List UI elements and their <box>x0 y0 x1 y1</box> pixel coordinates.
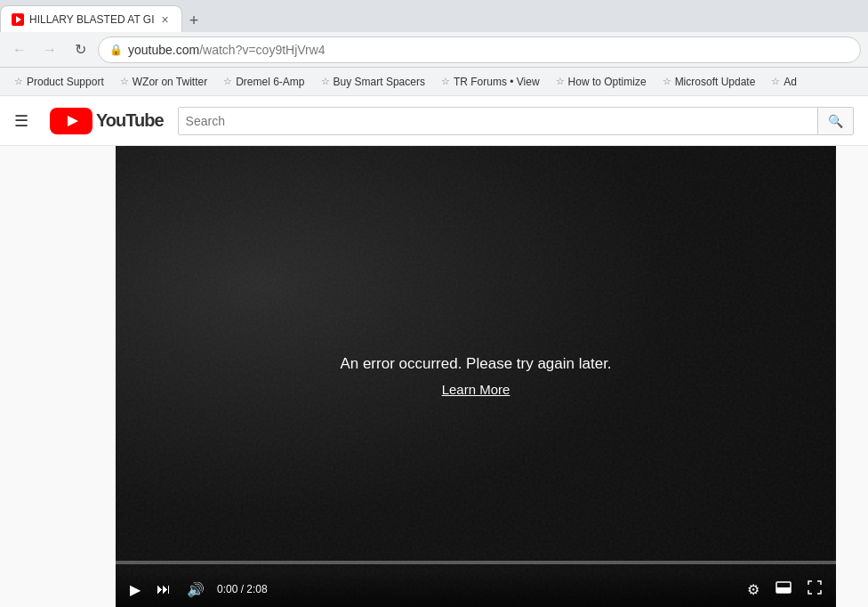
address-domain: youtube.com <box>128 43 199 57</box>
learn-more-link[interactable]: Learn More <box>442 382 510 397</box>
lock-icon: 🔒 <box>109 44 123 56</box>
bookmark-tr-forums[interactable]: ☆ TR Forums • View <box>434 73 547 91</box>
bookmark-how-to-optimize[interactable]: ☆ How to Optimize <box>549 73 654 91</box>
address-bar-row: ← → ↻ 🔒 youtube.com/watch?v=coy9tHjVrw4 <box>0 32 868 68</box>
volume-button[interactable]: 🔊 <box>183 579 208 600</box>
bookmark-star-icon: ☆ <box>556 76 565 87</box>
search-button[interactable]: 🔍 <box>817 108 853 134</box>
bookmark-microsoft-update[interactable]: ☆ Microsoft Update <box>655 73 763 91</box>
bookmark-star-icon: ☆ <box>120 76 129 87</box>
back-button[interactable]: ← <box>7 37 32 62</box>
address-box[interactable]: 🔒 youtube.com/watch?v=coy9tHjVrw4 <box>98 36 861 63</box>
youtube-logo-text: YouTube <box>96 110 164 131</box>
reload-button[interactable]: ↻ <box>68 37 92 62</box>
error-text: An error occurred. Please try again late… <box>340 355 611 373</box>
bookmark-star-icon: ☆ <box>771 76 780 87</box>
bookmark-label: Buy Smart Spacers <box>334 76 425 88</box>
tab-close-btn[interactable]: × <box>160 13 171 26</box>
theater-mode-button[interactable] <box>772 579 795 599</box>
bookmark-label: Microsoft Update <box>675 76 756 88</box>
tab-favicon <box>12 13 24 26</box>
bookmarks-bar: ☆ Product Support ☆ WZor on Twitter ☆ Dr… <box>0 68 868 96</box>
bookmark-ad[interactable]: ☆ Ad <box>764 73 804 91</box>
bookmark-star-icon: ☆ <box>663 76 671 87</box>
bookmark-star-icon: ☆ <box>14 76 23 87</box>
progress-bar-container[interactable] <box>116 561 836 564</box>
video-container: An error occurred. Please try again late… <box>116 146 836 607</box>
error-message: An error occurred. Please try again late… <box>340 355 611 398</box>
bookmark-dremel[interactable]: ☆ Dremel 6-Amp <box>216 73 311 91</box>
time-display: 0:00 / 2:08 <box>217 583 735 595</box>
bookmark-buy-smart[interactable]: ☆ Buy Smart Spacers <box>314 73 432 91</box>
active-tab[interactable]: HILLARY BLASTED AT GI × <box>0 5 182 32</box>
bookmark-star-icon: ☆ <box>441 76 450 87</box>
address-path: /watch?v=coy9tHjVrw4 <box>199 43 325 57</box>
bookmark-label: WZor on Twitter <box>133 76 207 88</box>
settings-button[interactable]: ⚙ <box>743 579 763 600</box>
bookmark-label: TR Forums • View <box>454 76 540 88</box>
tab-bar: HILLARY BLASTED AT GI × + <box>0 0 868 32</box>
search-input[interactable] <box>179 108 817 134</box>
bookmark-label: Product Support <box>27 76 104 88</box>
youtube-logo-icon <box>50 108 92 134</box>
bookmark-product-support[interactable]: ☆ Product Support <box>7 73 111 91</box>
bookmark-label: Ad <box>784 76 797 88</box>
youtube-page: ☰ YouTube 🔍 An error occurred. Please tr… <box>0 96 868 607</box>
bookmark-label: How to Optimize <box>568 76 647 88</box>
svg-rect-5 <box>776 587 791 593</box>
yt-content: An error occurred. Please try again late… <box>0 146 868 607</box>
bookmark-star-icon: ☆ <box>223 76 232 87</box>
forward-button[interactable]: → <box>37 37 62 62</box>
bookmark-star-icon: ☆ <box>321 76 330 87</box>
tab-title: HILLARY BLASTED AT GI <box>29 13 155 26</box>
youtube-header: ☰ YouTube 🔍 <box>0 96 868 146</box>
play-button[interactable]: ▶ <box>126 579 144 600</box>
bookmark-wzor-twitter[interactable]: ☆ WZor on Twitter <box>113 73 214 91</box>
video-controls: ▶ ⏭ 🔊 0:00 / 2:08 ⚙ <box>116 571 836 607</box>
new-tab-button[interactable]: + <box>182 9 206 32</box>
video-player[interactable]: An error occurred. Please try again late… <box>116 146 836 607</box>
menu-icon[interactable]: ☰ <box>14 111 28 131</box>
search-bar: 🔍 <box>178 107 854 135</box>
address-url: youtube.com/watch?v=coy9tHjVrw4 <box>128 43 849 57</box>
youtube-logo[interactable]: YouTube <box>50 108 164 134</box>
fullscreen-button[interactable] <box>804 579 825 600</box>
skip-button[interactable]: ⏭ <box>153 579 174 599</box>
browser-chrome: HILLARY BLASTED AT GI × + ← → ↻ 🔒 youtub… <box>0 0 868 96</box>
bookmark-label: Dremel 6-Amp <box>236 76 304 88</box>
